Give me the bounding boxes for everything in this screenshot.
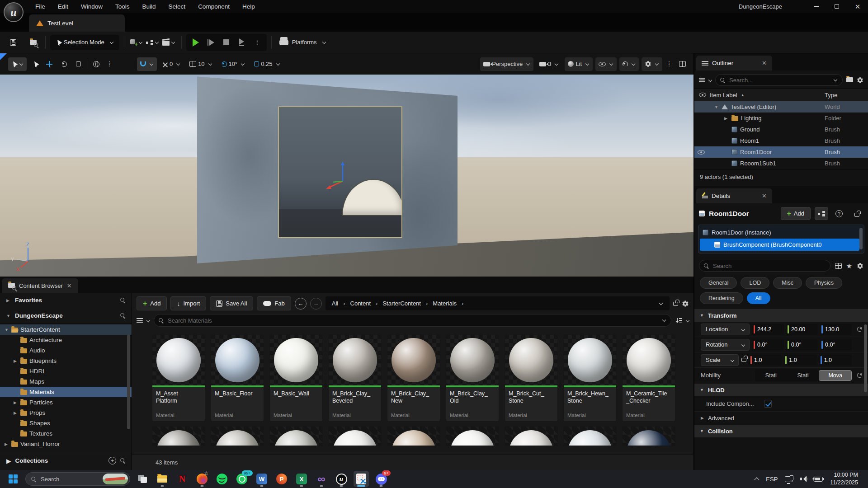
folder-tree-item[interactable]: Particles xyxy=(0,397,132,408)
outliner-row[interactable]: TestLevel (Editor) World xyxy=(694,101,868,113)
breadcrumb-item[interactable]: Content xyxy=(350,300,383,307)
play-options-button[interactable]: ⁞ xyxy=(250,36,264,49)
details-filter-tab[interactable]: LOD xyxy=(741,277,769,289)
visibility-column-icon[interactable] xyxy=(699,93,706,97)
excel-button[interactable]: X xyxy=(294,471,309,487)
rotate-tool-button[interactable] xyxy=(58,57,70,71)
task-view-button[interactable] xyxy=(135,471,150,487)
reset-location-button[interactable] xyxy=(854,327,864,332)
type-column[interactable]: Type xyxy=(825,92,868,99)
collections-section[interactable]: ▶ Collections + xyxy=(0,453,132,468)
folder-tree-item[interactable]: Maps xyxy=(0,376,132,387)
whatsapp-button[interactable]: 99+ xyxy=(234,471,250,487)
scale-x-field[interactable]: 1.0 xyxy=(749,355,782,366)
chevron-down-icon[interactable] xyxy=(708,78,712,82)
chevron-down-icon[interactable] xyxy=(659,301,663,305)
viewport-options-button[interactable]: ⁞ xyxy=(665,57,673,71)
network-icon[interactable] xyxy=(785,476,793,482)
chevron-down-icon[interactable] xyxy=(146,319,150,322)
advanced-section-header[interactable]: ▶Advanced xyxy=(694,412,868,424)
select-tool-button[interactable] xyxy=(29,57,40,71)
save-button[interactable] xyxy=(5,35,21,50)
details-filter-tab[interactable]: General xyxy=(700,277,737,289)
chevron-down-icon[interactable] xyxy=(834,78,837,81)
import-button[interactable]: ↓Import xyxy=(170,296,206,310)
clock[interactable]: 10:00 PM 11/22/2025 xyxy=(830,471,858,487)
outliner-row[interactable]: Lighting Folder xyxy=(694,113,868,124)
minimize-button[interactable] xyxy=(806,0,826,13)
details-search[interactable] xyxy=(699,260,830,272)
expander-icon[interactable] xyxy=(724,116,729,121)
add-asset-button[interactable]: +Add xyxy=(137,296,167,310)
tray-overflow-icon[interactable] xyxy=(755,477,760,482)
sort-icon[interactable] xyxy=(675,318,682,323)
transform-mode-dropdown[interactable] xyxy=(8,57,27,71)
add-component-button[interactable]: +Add xyxy=(781,207,811,220)
expander-icon[interactable] xyxy=(14,411,18,415)
menu-item[interactable]: Help xyxy=(236,0,261,13)
play-button[interactable] xyxy=(189,36,203,49)
menu-item[interactable]: Component xyxy=(192,0,236,13)
launch-button[interactable] xyxy=(235,36,249,49)
folder-tree-item[interactable]: HDRI xyxy=(0,366,132,376)
collision-section-header[interactable]: ▼Collision xyxy=(694,424,868,437)
component-row[interactable]: Room1Door (Instance) xyxy=(700,226,859,239)
save-all-button[interactable]: Save All xyxy=(210,296,253,310)
asset-tile-partial[interactable] xyxy=(563,426,617,446)
asset-tile[interactable]: M_Brick_Clay_ Beveled Material xyxy=(328,334,382,422)
details-filter-tab[interactable]: All xyxy=(747,292,770,304)
camera-speed-dropdown[interactable]: 3 xyxy=(536,57,562,71)
view-mode-dropdown[interactable]: Lit xyxy=(565,57,593,71)
blueprints-dropdown[interactable] xyxy=(145,35,160,50)
details-settings-gear-icon[interactable] xyxy=(857,263,863,269)
outliner-search-input[interactable] xyxy=(728,76,829,84)
scale-y-field[interactable]: 1.0 xyxy=(784,355,816,366)
asset-tile[interactable]: M_Brick_Clay_ New Material xyxy=(387,334,440,422)
asset-tile[interactable]: M_Brick_Hewn_ Stone Material xyxy=(563,334,617,422)
show-flags-dropdown[interactable] xyxy=(595,57,617,71)
chevron-down-icon[interactable] xyxy=(662,318,666,322)
platforms-dropdown[interactable]: Platforms xyxy=(276,36,330,49)
viewport-panel[interactable]: ⁞ 0 10 10° 0.25 Perspective 3 Lit xyxy=(0,53,693,277)
tree-scrollbar[interactable] xyxy=(127,334,130,429)
firefox-button[interactable] xyxy=(194,471,210,487)
unlock-icon[interactable] xyxy=(673,302,678,306)
folder-tree-item[interactable]: Materials xyxy=(0,387,132,397)
breadcrumb-item[interactable]: All xyxy=(332,300,350,307)
viewport-layouts-button[interactable] xyxy=(676,57,689,71)
file-explorer-button[interactable] xyxy=(155,471,170,487)
scale-z-field[interactable]: 1.0 xyxy=(819,355,852,366)
forward-button[interactable]: → xyxy=(310,298,322,310)
hlod-section-header[interactable]: ▼HLOD xyxy=(694,383,868,396)
menu-item[interactable]: Window xyxy=(75,0,109,13)
add-folder-button[interactable] xyxy=(846,76,853,84)
move-tool-button[interactable] xyxy=(43,57,56,71)
location-y-field[interactable]: 20.00 xyxy=(786,324,818,335)
component-row[interactable]: BrushComponent (BrushComponent0 xyxy=(700,239,859,251)
asset-tile-partial[interactable] xyxy=(505,426,558,446)
asset-search[interactable] xyxy=(154,314,671,327)
location-x-field[interactable]: 244.2 xyxy=(752,324,784,335)
asset-tile[interactable]: M_Basic_Wall Material xyxy=(269,334,323,422)
asset-tile[interactable]: M_Brick_Cut_ Stone Material xyxy=(505,334,558,422)
outliner-row[interactable]: Room1Door Brush xyxy=(694,146,868,158)
rotation-x-field[interactable]: 0.0° xyxy=(752,339,784,350)
menu-item[interactable]: Select xyxy=(162,0,192,13)
details-filter-tab[interactable]: Misc xyxy=(773,277,802,289)
mobility-movable-button[interactable]: Mova xyxy=(819,371,851,380)
search-highlight-image[interactable] xyxy=(103,474,128,484)
close-icon[interactable]: ✕ xyxy=(755,192,767,199)
expander-icon[interactable] xyxy=(14,359,18,363)
content-settings-gear-icon[interactable] xyxy=(682,300,689,307)
scale-lock-icon[interactable] xyxy=(741,358,746,362)
chevron-down-icon[interactable] xyxy=(686,319,689,322)
transform-section-header[interactable]: ▼Transform xyxy=(694,309,868,322)
convert-blueprint-button[interactable] xyxy=(815,207,828,220)
transform-gizmo[interactable] xyxy=(322,160,363,200)
stop-button[interactable] xyxy=(220,36,233,49)
asset-tile-partial[interactable] xyxy=(211,426,264,446)
outliner-search[interactable] xyxy=(715,74,843,86)
help-button[interactable]: ? xyxy=(832,207,846,220)
asset-tile-partial[interactable] xyxy=(269,426,323,446)
battery-icon[interactable] xyxy=(814,477,823,482)
